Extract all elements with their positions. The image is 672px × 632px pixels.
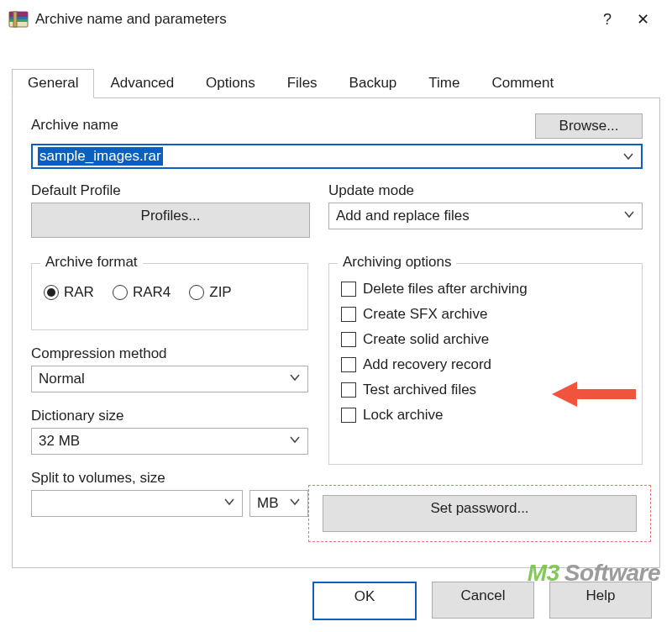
tab-time[interactable]: Time — [412, 69, 475, 98]
profiles-button[interactable]: Profiles... — [31, 203, 310, 238]
split-volumes-unit-select[interactable]: MB — [249, 490, 308, 517]
archive-format-group: Archive format RAR RAR4 ZIP — [31, 263, 308, 330]
set-password-highlight: Set password... — [308, 485, 651, 542]
dialog-buttons: OK Cancel Help — [0, 582, 672, 620]
tab-comment[interactable]: Comment — [475, 69, 570, 98]
split-volumes-size-input[interactable] — [31, 490, 243, 517]
dictionary-size-label: Dictionary size — [31, 408, 308, 424]
checkbox-icon — [341, 282, 356, 297]
tab-files[interactable]: Files — [271, 69, 333, 98]
check-sfx-label: Create SFX archive — [363, 306, 487, 323]
help-button-bottom[interactable]: Help — [549, 582, 652, 619]
archive-name-input[interactable]: sample_images.rar — [31, 144, 643, 169]
window-title: Archive name and parameters — [35, 11, 590, 28]
svg-rect-2 — [9, 17, 28, 19]
archive-name-value: sample_images.rar — [38, 147, 163, 166]
tab-general[interactable]: General — [12, 69, 94, 98]
help-button[interactable]: ? — [590, 6, 625, 33]
app-icon — [8, 9, 29, 29]
chevron-down-icon[interactable] — [621, 149, 636, 164]
checkbox-icon — [341, 307, 356, 322]
browse-button[interactable]: Browse... — [535, 113, 643, 139]
chevron-down-icon[interactable] — [289, 495, 301, 512]
tabstrip: General Advanced Options Files Backup Ti… — [12, 64, 660, 97]
check-solid-label: Create solid archive — [363, 331, 489, 348]
check-recovery-label: Add recovery record — [363, 356, 491, 373]
cancel-button[interactable]: Cancel — [432, 582, 534, 619]
archiving-options-group: Archiving options Delete files after arc… — [328, 263, 643, 465]
check-recovery[interactable]: Add recovery record — [341, 356, 630, 373]
compression-method-select[interactable]: Normal — [31, 366, 308, 392]
check-delete-after-label: Delete files after archiving — [363, 281, 528, 298]
check-solid[interactable]: Create solid archive — [341, 331, 630, 348]
set-password-button[interactable]: Set password... — [323, 495, 637, 532]
svg-rect-4 — [13, 12, 17, 27]
archive-name-block: Archive name Browse... sample_images.rar — [31, 113, 643, 169]
profile-update-block: Default Profile Profiles... Update mode … — [31, 182, 643, 238]
svg-rect-1 — [9, 12, 28, 17]
chevron-down-icon[interactable] — [223, 495, 235, 512]
update-mode-value: Add and replace files — [336, 208, 470, 224]
radio-zip[interactable]: ZIP — [189, 284, 231, 301]
compression-method-value: Normal — [39, 371, 85, 387]
tab-body-general: Archive name Browse... sample_images.rar… — [12, 97, 660, 568]
checkbox-icon — [341, 382, 356, 398]
check-delete-after[interactable]: Delete files after archiving — [341, 281, 630, 298]
radio-dot-icon — [113, 285, 128, 300]
chevron-down-icon[interactable] — [289, 433, 301, 450]
dictionary-size-value: 32 MB — [39, 433, 80, 450]
radio-zip-label: ZIP — [209, 284, 231, 301]
compression-method-label: Compression method — [31, 345, 308, 362]
check-sfx[interactable]: Create SFX archive — [341, 306, 630, 323]
update-mode-select[interactable]: Add and replace files — [328, 203, 643, 229]
ok-button[interactable]: OK — [312, 582, 417, 620]
radio-rar4[interactable]: RAR4 — [113, 284, 171, 301]
update-mode-label: Update mode — [328, 182, 643, 199]
check-lock[interactable]: Lock archive — [341, 407, 630, 424]
radio-dot-selected-icon — [44, 285, 59, 300]
split-volumes-label: Split to volumes, size — [31, 470, 308, 487]
check-lock-label: Lock archive — [363, 407, 443, 424]
tab-backup[interactable]: Backup — [333, 69, 413, 98]
checkbox-icon — [341, 332, 356, 347]
checkbox-icon — [341, 357, 356, 372]
split-volumes-unit-value: MB — [257, 495, 279, 512]
dialog-archive-params: Archive name and parameters ? ✕ General … — [0, 0, 672, 632]
titlebar: Archive name and parameters ? ✕ — [0, 0, 672, 39]
radio-dot-icon — [189, 285, 204, 300]
archive-name-label: Archive name — [31, 117, 118, 134]
tab-advanced[interactable]: Advanced — [94, 69, 190, 98]
archiving-options-legend: Archiving options — [338, 254, 456, 271]
right-column: Archiving options Delete files after arc… — [328, 263, 643, 465]
archive-format-legend: Archive format — [40, 254, 143, 271]
chevron-down-icon[interactable] — [623, 208, 635, 224]
default-profile-label: Default Profile — [31, 182, 308, 199]
radio-rar-label: RAR — [64, 284, 94, 301]
checkbox-icon — [341, 408, 356, 423]
radio-rar[interactable]: RAR — [44, 284, 94, 301]
close-button[interactable]: ✕ — [625, 6, 660, 33]
svg-rect-3 — [9, 19, 28, 22]
tab-options[interactable]: Options — [190, 69, 271, 98]
chevron-down-icon[interactable] — [289, 371, 301, 387]
left-column: Archive format RAR RAR4 ZIP — [31, 263, 308, 517]
radio-rar4-label: RAR4 — [133, 284, 171, 301]
check-test[interactable]: Test archived files — [341, 382, 630, 398]
check-test-label: Test archived files — [363, 382, 476, 398]
dictionary-size-select[interactable]: 32 MB — [31, 428, 308, 455]
